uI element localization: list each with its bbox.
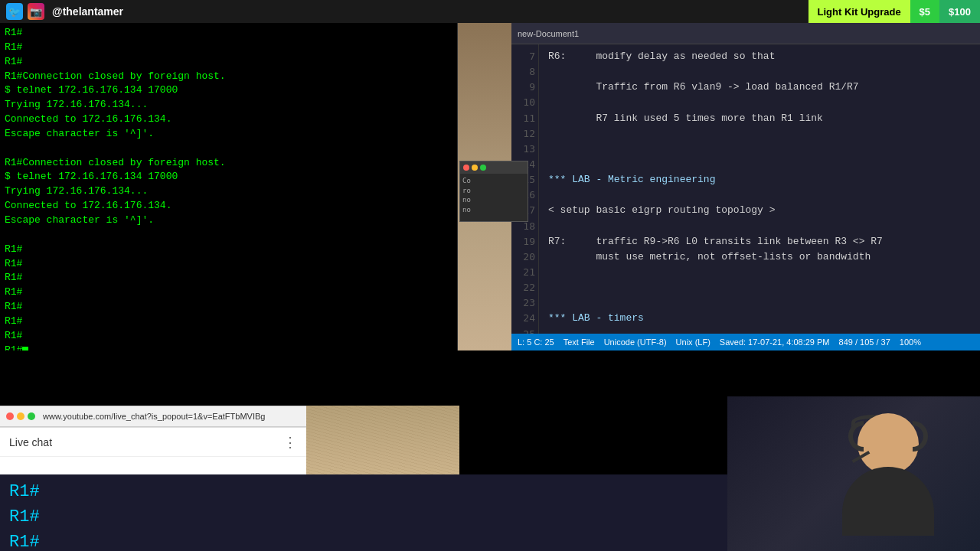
- webcam-area: [727, 396, 980, 551]
- url-display: www.youtube.com/live_chat?is_popout=1&v=…: [43, 412, 265, 421]
- username: @thelantamer: [52, 5, 123, 18]
- url-bar-area[interactable]: www.youtube.com/live_chat?is_popout=1&v=…: [0, 406, 306, 427]
- status-zoom: 100%: [900, 337, 921, 347]
- mini-close-btn[interactable]: [463, 165, 469, 171]
- editor-titlebar: new-Document1: [511, 23, 980, 44]
- editor-statusbar: L: 5 C: 25 Text File Unicode (UTF-8) Uni…: [511, 334, 980, 350]
- live-chat-header: Live chat ⋮: [0, 428, 306, 457]
- webcam-background: [727, 396, 980, 551]
- url-maximize-btn[interactable]: [28, 412, 35, 420]
- terminal-top[interactable]: R1# R1# R1# R1#Connection closed by fore…: [0, 23, 458, 350]
- status-saved: Saved: 17-07-21, 4:08:29 PM: [720, 337, 830, 347]
- donation-goal: $100: [939, 0, 980, 23]
- donation-amount: $5: [910, 0, 939, 23]
- top-bar: 🐦 📷 @thelantamer Light Kit Upgrade $5 $1…: [0, 0, 980, 23]
- editor-title: new-Document1: [518, 29, 579, 38]
- url-minimize-btn[interactable]: [17, 412, 24, 420]
- editor-text-content[interactable]: R6: modify delay as needed so that Traff…: [539, 44, 980, 334]
- status-stats: 849 / 105 / 37: [839, 337, 890, 347]
- head: [858, 413, 919, 474]
- headphone-right: [913, 421, 928, 452]
- twitter-icon[interactable]: 🐦: [6, 3, 23, 20]
- status-lineending: Unix (LF): [676, 337, 710, 347]
- main-area: R1# R1# R1# R1#Connection closed by fore…: [0, 23, 980, 551]
- url-close-btn[interactable]: [6, 412, 14, 420]
- person-figure: [842, 413, 934, 536]
- editor-content: 78910111213141516171819202122232425 R6: …: [511, 44, 980, 334]
- mini-window-content: Coronono: [460, 174, 528, 217]
- mini-window[interactable]: Coronono: [459, 161, 528, 222]
- live-chat-menu-button[interactable]: ⋮: [283, 434, 297, 450]
- headphone-left: [848, 421, 864, 452]
- live-chat-title: Live chat: [9, 436, 52, 448]
- url-bar-tabs: [6, 412, 35, 420]
- donation-bar: Light Kit Upgrade $5 $100: [808, 0, 980, 23]
- terminal-bottom-content: R1# R1# R1# R1#: [0, 474, 727, 551]
- terminal-top-content: R1# R1# R1# R1#Connection closed by fore…: [0, 23, 457, 350]
- social-icons: 🐦 📷 @thelantamer: [0, 3, 123, 20]
- mini-minimize-btn[interactable]: [472, 165, 478, 171]
- text-editor[interactable]: new-Document1 78910111213141516171819202…: [511, 23, 980, 350]
- donation-label: Light Kit Upgrade: [808, 0, 910, 23]
- mini-maximize-btn[interactable]: [480, 165, 486, 171]
- status-position: L: 5 C: 25: [518, 337, 554, 347]
- terminal-bottom[interactable]: R1# R1# R1# R1#: [0, 474, 727, 551]
- status-charset: Unicode (UTF-8): [604, 337, 667, 347]
- body: [842, 467, 934, 536]
- mini-window-titlebar: [460, 161, 528, 174]
- instagram-icon[interactable]: 📷: [28, 3, 44, 20]
- status-encoding: Text File: [564, 337, 595, 347]
